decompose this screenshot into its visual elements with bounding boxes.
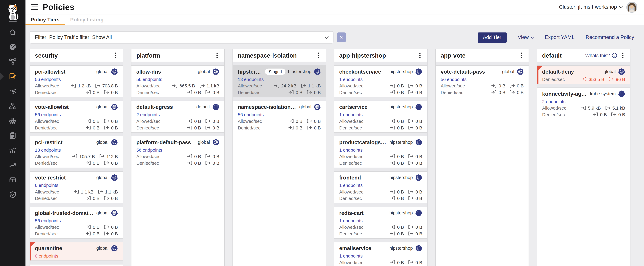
- policy-card[interactable]: quarantine global 0 endpoints: [30, 242, 123, 260]
- sidebar-item-traffic-chart[interactable]: [0, 143, 26, 158]
- tab-policy-listing[interactable]: Policy Listing: [65, 14, 109, 25]
- endpoints-link[interactable]: 56 endpoints: [441, 77, 524, 82]
- egress-icon: [408, 189, 414, 194]
- policy-card[interactable]: pci-restrict global 13 endpoints Allowed…: [30, 136, 123, 168]
- denied-per-sec-row: Denied/sec 0 B 0 B: [136, 125, 219, 130]
- policy-card[interactable]: hipstershop-gh… Staged hipstershop ns 13…: [233, 66, 326, 97]
- endpoints-link[interactable]: 56 endpoints: [136, 77, 219, 82]
- policy-card[interactable]: konnectivity-agent kube-system ns 2 endp…: [537, 88, 630, 119]
- cluster-selector[interactable]: Cluster: jlt-msft-workshop: [559, 4, 623, 10]
- policy-tier-column: default Whats this? ? default-deny globa…: [537, 49, 630, 266]
- tier-menu-button[interactable]: [418, 52, 422, 60]
- policy-card[interactable]: global-trusted-domains global 56 endpoin…: [30, 207, 123, 238]
- endpoints-link[interactable]: 0 endpoints: [35, 254, 118, 258]
- export-yaml-button[interactable]: Export YAML: [545, 34, 574, 40]
- policy-card[interactable]: vote-restrict global 6 endpoints Allowed…: [30, 172, 123, 203]
- endpoints-link[interactable]: 56 endpoints: [238, 112, 321, 117]
- policy-card[interactable]: allow-dns global 56 endpoints Allowed/se…: [132, 66, 224, 97]
- ingress-icon: [390, 224, 396, 230]
- endpoints-link[interactable]: 56 endpoints: [35, 218, 118, 223]
- clear-filter-button[interactable]: ✕: [337, 32, 346, 42]
- egress-icon: [306, 118, 312, 124]
- endpoints-link[interactable]: 13 endpoints: [238, 77, 321, 82]
- denied-egress-value: 0 B: [314, 90, 321, 95]
- svg-text:ns: ns: [418, 73, 419, 74]
- shield-check-icon: [8, 190, 17, 199]
- hamburger-menu-icon[interactable]: [31, 4, 38, 10]
- policy-card[interactable]: security-default-pass global: [30, 264, 123, 266]
- endpoints-link[interactable]: 2 endpoints: [136, 112, 219, 117]
- policy-tier-column: namespace-isolation ? hipstershop-gh… St…: [232, 49, 326, 266]
- endpoints-link[interactable]: 6 endpoints: [35, 183, 118, 188]
- allowed-per-sec-row: Allowed/sec 1.1 kB 1.1 kB: [35, 189, 118, 194]
- sidebar-item-trend-arrow[interactable]: [0, 158, 26, 172]
- sidebar-item-endpoint-cluster[interactable]: [0, 113, 26, 128]
- policy-card[interactable]: pci-allowlist global 56 endpoints Allowe…: [30, 66, 123, 97]
- endpoints-link[interactable]: 1 endpoints: [339, 183, 422, 188]
- sidebar-item-sitemap[interactable]: [0, 98, 26, 113]
- tier-menu-button[interactable]: [620, 52, 625, 60]
- endpoints-link[interactable]: 13 endpoints: [35, 148, 118, 152]
- tier-menu-button[interactable]: [316, 52, 321, 60]
- endpoints-link[interactable]: 56 endpoints: [35, 112, 118, 117]
- add-tier-button[interactable]: Add Tier: [478, 32, 507, 42]
- sidebar-item-home[interactable]: [0, 25, 26, 40]
- endpoints-link[interactable]: 1 endpoints: [339, 148, 422, 152]
- policy-scope: global: [96, 246, 108, 250]
- denied-per-sec-row: Denied/sec 0 B 0 B: [35, 125, 118, 130]
- cluster-label: Cluster: jlt-msft-workshop: [559, 4, 617, 10]
- sidebar-item-shield-check[interactable]: [0, 187, 26, 202]
- policy-card[interactable]: vote-allowlist global 56 endpoints Allow…: [30, 101, 123, 132]
- endpoints-link[interactable]: 56 endpoints: [136, 148, 219, 152]
- tier-menu-button[interactable]: [519, 52, 524, 60]
- sidebar-item-compliance-clipboard[interactable]: [0, 128, 26, 143]
- tab-policy-tiers[interactable]: Policy Tiers: [26, 14, 65, 25]
- whats-this-link[interactable]: Whats this? ?: [585, 53, 617, 58]
- recommend-policy-button[interactable]: Recommend a Policy: [586, 34, 634, 40]
- policy-card[interactable]: default-egress default ns 2 endpoints Al…: [132, 101, 224, 132]
- policy-card[interactable]: default-deny global Denied/sec 353.5 B 9…: [537, 66, 630, 84]
- policy-card[interactable]: platform-default-pass global 56 endpoint…: [132, 136, 224, 168]
- staged-badge: Staged: [265, 68, 286, 74]
- ingress-icon: [592, 112, 598, 117]
- policy-card[interactable]: vote-default-pass global 56 endpoints Al…: [436, 66, 528, 97]
- egress-icon: [104, 231, 110, 236]
- endpoints-link[interactable]: 1 endpoints: [339, 254, 422, 258]
- policy-card[interactable]: namespace-isolation-default-p… global 56…: [233, 101, 326, 132]
- egress-icon: [104, 125, 110, 130]
- sidebar-item-storage-box[interactable]: [0, 172, 26, 187]
- denied-ingress-value: 0 B: [93, 196, 100, 201]
- denied-ingress-value: 0 B: [93, 90, 100, 95]
- svg-text:ns: ns: [316, 73, 318, 74]
- endpoints-link[interactable]: 56 endpoints: [35, 77, 118, 82]
- endpoints-link[interactable]: 1 endpoints: [339, 112, 422, 117]
- allowed-egress-value: 0 B: [314, 119, 321, 124]
- tier-header: app-vote ?: [436, 49, 528, 62]
- endpoints-link[interactable]: 2 endpoints: [542, 99, 625, 104]
- sidebar-item-network-molecule[interactable]: [0, 84, 26, 98]
- sidebar-item-dashboard-gauge[interactable]: [0, 40, 26, 54]
- policy-traffic-filter-select[interactable]: Filter: Policy Traffic filter: Show All: [30, 31, 334, 44]
- tier-menu-button[interactable]: [113, 52, 118, 60]
- endpoints-link[interactable]: 1 endpoints: [339, 77, 422, 82]
- tier-menu-button[interactable]: [215, 52, 219, 60]
- policy-card[interactable]: emailservice hipstershop ns 1 endpoints …: [334, 242, 427, 266]
- sidebar-item-service-graph[interactable]: [0, 54, 26, 69]
- sidebar-item-policies-document[interactable]: [0, 69, 26, 84]
- view-menu-button[interactable]: View: [518, 34, 534, 40]
- denied-per-sec-row: Denied/sec 0 B 0 B: [35, 160, 118, 166]
- ingress-icon: [86, 118, 91, 124]
- endpoints-link[interactable]: 1 endpoints: [339, 218, 422, 223]
- user-avatar[interactable]: [626, 2, 638, 12]
- policy-tier-column: app-hipstershop ? checkoutservice hipste…: [334, 49, 428, 266]
- policy-card[interactable]: cartservice hipstershop ns 1 endpoints A…: [334, 101, 427, 132]
- app-root: Policies Cluster: jlt-msft-workshop: [0, 0, 644, 266]
- allowed-ingress-value: 0 B: [397, 154, 404, 159]
- policy-card[interactable]: productcatalogservice hipstershop ns 1 e…: [334, 136, 427, 168]
- allowed-ingress-value: 0 B: [397, 189, 404, 194]
- policy-card[interactable]: checkoutservice hipstershop ns 1 endpoin…: [334, 66, 427, 97]
- policy-card[interactable]: frontend hipstershop ns 1 endpoints Allo…: [334, 172, 427, 203]
- policy-card[interactable]: redis-cart hipstershop ns 1 endpoints Al…: [334, 207, 427, 238]
- allowed-per-sec-row: Allowed/sec 0 B 0 B: [35, 119, 118, 124]
- policy-name: quarantine: [35, 245, 94, 251]
